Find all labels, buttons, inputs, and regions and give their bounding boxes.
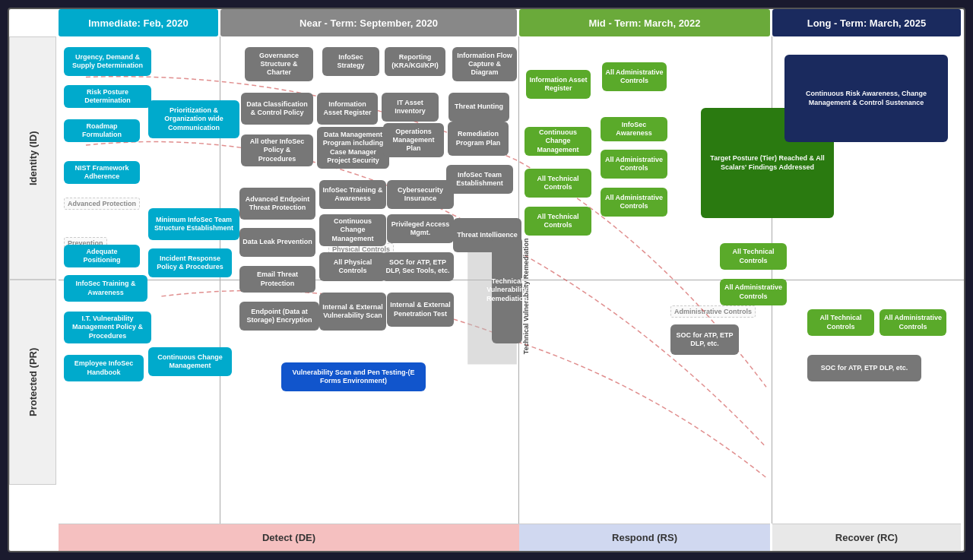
card-c44: InfoSec Training & Awareness — [64, 275, 147, 302]
card-c9: Information Flow Capture & Diagram — [452, 47, 517, 81]
card-c1: Urgency, Demand & Supply Determination — [64, 47, 151, 76]
header-immediate-text: Immediate: Feb, 2020 — [88, 17, 189, 29]
card-c20: InfoSec Team Establishment — [446, 165, 513, 194]
header-near: Near - Term: September, 2020 — [220, 9, 517, 36]
card-c27: Advanced Endpoint Threat Protection — [239, 188, 315, 220]
card-c41: Minimum InfoSec Team Structure Establish… — [148, 208, 239, 240]
card-c46: Employee InfoSec Handbook — [64, 355, 144, 381]
card-c33: Email Threat Protection — [239, 266, 315, 293]
card-c26: All Technical Controls — [525, 207, 591, 236]
card-c30: Data Leak Prevention — [239, 228, 315, 257]
card-c50: All Technical Controls — [720, 243, 787, 270]
card-c28: InfoSec Training & Awareness — [319, 180, 386, 209]
card-c35: SOC for ATP, ETP DLP, Sec Tools, etc. — [382, 252, 454, 281]
card-c31: Continuous Change Management — [319, 214, 386, 246]
header-immediate: Immediate: Feb, 2020 — [59, 9, 218, 36]
card-c14: All other InfoSec Policy & Procedures — [241, 134, 313, 166]
card-c7: InfoSec Strategy — [322, 47, 379, 76]
card-c15: Data Management Program including Case M… — [317, 127, 389, 169]
card-c29: Cybersecurity Insurance — [387, 180, 454, 209]
card-c56: Continuous Risk Awareness, Change Manage… — [784, 55, 948, 142]
card-c12: IT Asset Inventory — [382, 93, 439, 122]
card-c34: All Physical Controls — [319, 252, 386, 281]
card-c43: Incident Response Policy & Procedures — [148, 248, 232, 277]
card-c52: All Technical Controls — [807, 309, 874, 336]
card-c45: I.T. Vulnerability Management Policy & P… — [64, 312, 151, 343]
card-c18: Information Asset Register — [526, 70, 591, 99]
card-c42: Adequate Positioning — [64, 245, 140, 267]
card-c24: All Administrative Controls — [601, 188, 667, 217]
card-c51: All Administrative Controls — [720, 279, 787, 305]
card-c23: All Administrative Controls — [601, 150, 667, 179]
card-c37: Internal & External Vulnerability Scan — [319, 293, 386, 331]
card-c16: Operations Management Plan — [383, 123, 444, 157]
card-c8: Reporting (KRA/KGI/KPI) — [385, 47, 445, 76]
card-c11: Information Asset Register — [317, 93, 378, 125]
card-c25: All Technical Controls — [525, 169, 591, 198]
row-identity-label: Identity (ID) — [9, 36, 56, 280]
card-c22: InfoSec Awareness — [601, 117, 667, 141]
card-c49: SOC for ATP, ETP DLP, etc. — [670, 324, 739, 355]
card-c53: All Administrative Controls — [880, 309, 946, 336]
bottom-recover: Recover (RC) — [772, 524, 961, 551]
label-admin-controls: Administrative Controls — [670, 305, 756, 318]
card-c13: Threat Hunting — [448, 93, 509, 122]
card-c36: Endpoint (Data at Storage) Encryption — [239, 302, 319, 331]
card-c54: SOC for ATP, ETP DLP, etc. — [807, 355, 921, 381]
bottom-detect: Detect (DE) — [59, 524, 519, 551]
card-c32: Privileged Access Mgmt. — [387, 214, 454, 243]
card-c6: Governance Structure & Charter — [245, 47, 313, 81]
header-near-text: Near - Term: September, 2020 — [300, 17, 438, 29]
card-c21: Continuous Change Management — [525, 127, 591, 156]
card-c5: Prioritization & Organization wide Commu… — [148, 100, 239, 138]
card-c40: Technical Vulnerability Remediation — [492, 237, 522, 343]
card-c47: Continuous Change Management — [148, 347, 232, 376]
header-long: Long - Term: March, 2025 — [772, 9, 961, 36]
card-c17: Remediation Program Plan — [448, 122, 509, 156]
header-mid: Mid - Term: March, 2022 — [519, 9, 770, 36]
card-c2: Risk Posture Determination — [64, 85, 151, 108]
header-mid-text: Mid - Term: March, 2022 — [588, 17, 700, 29]
card-c19: All Administrative Controls — [602, 62, 667, 91]
card-c38: Internal & External Penetration Test — [387, 293, 454, 327]
card-c48: Vulnerability Scan and Pen Testing-(E Fo… — [281, 362, 426, 391]
card-c4: NIST Framework Adherence — [64, 161, 140, 184]
label-advanced-protection: Advanced Protection — [64, 198, 140, 210]
row-protected-label: Protected (PR) — [9, 280, 56, 485]
card-c3: Roadmap Formulation — [64, 119, 140, 142]
card-c10: Data Classification & Control Policy — [241, 93, 313, 125]
main-container: Immediate: Feb, 2020 Near - Term: Septem… — [8, 8, 965, 552]
header-long-text: Long - Term: March, 2025 — [807, 17, 927, 29]
bottom-respond: Respond (RS) — [519, 524, 770, 551]
